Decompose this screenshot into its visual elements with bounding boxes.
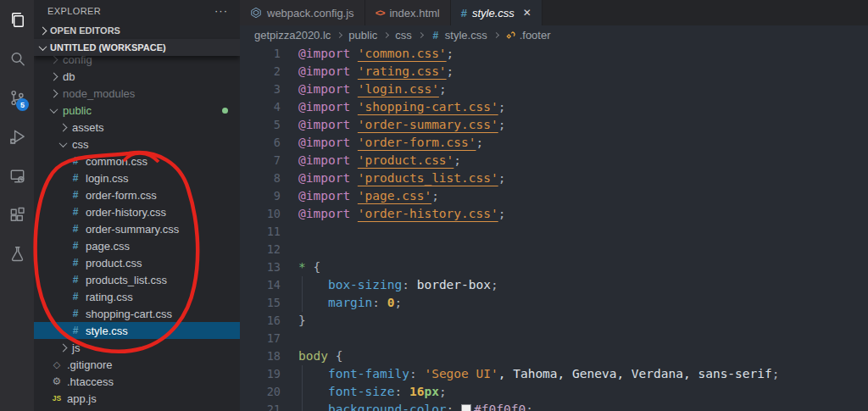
tree-item-db[interactable]: db <box>34 68 240 85</box>
code-line-15[interactable]: 15 margin: 0; <box>240 294 868 312</box>
token: px <box>424 385 438 398</box>
token <box>350 189 358 203</box>
css-file-icon: # <box>70 325 81 336</box>
chevron-down-icon <box>39 42 47 51</box>
token: 'login.css' <box>358 82 439 96</box>
token: @import <box>298 171 350 185</box>
code-line-17[interactable]: 17 <box>240 330 868 347</box>
activitybar-testing-icon[interactable] <box>0 234 34 273</box>
code-line-6[interactable]: 6@import 'order-form.css'; <box>240 134 868 152</box>
tree-item-assets[interactable]: assets <box>34 119 240 136</box>
code-line-14[interactable]: 14 box-sizing: border-box; <box>240 276 868 294</box>
code-line-12[interactable]: 12 <box>240 241 868 258</box>
code-line-2[interactable]: 2@import 'rating.css'; <box>240 63 868 81</box>
breadcrumb-item-css[interactable]: css <box>395 29 412 42</box>
breadcrumb-item-style-css[interactable]: #style.css <box>430 29 487 42</box>
token: 'Segoe UI' <box>424 367 498 380</box>
tree-item-label: page.css <box>86 240 130 253</box>
code-line-3[interactable]: 3@import 'login.css'; <box>240 81 868 98</box>
token <box>298 403 328 411</box>
code-line-20[interactable]: 20 font-size: 16px; <box>240 383 868 401</box>
code-line-7[interactable]: 7@import 'product.css'; <box>240 152 868 169</box>
tree-item-page-css[interactable]: #page.css <box>34 237 240 254</box>
token: @import <box>298 82 350 96</box>
tree-item-products-list-css[interactable]: #products_list.css <box>34 271 240 288</box>
token <box>350 171 358 185</box>
code-line-11[interactable]: 11 <box>240 223 868 241</box>
code-line-8[interactable]: 8@import 'products_list.css'; <box>240 169 868 187</box>
code-line-18[interactable]: 18body { <box>240 347 868 365</box>
css-file-icon: # <box>70 291 81 303</box>
line-number: 1 <box>240 45 281 63</box>
indent-guide <box>302 276 303 294</box>
tree-item-order-summary-css[interactable]: #order-summary.css <box>34 220 240 237</box>
activitybar-extensions-icon[interactable] <box>0 195 34 234</box>
activitybar-search-icon[interactable] <box>0 39 34 78</box>
tab-webpack-config-js[interactable]: webpack.config.js <box>240 0 365 25</box>
tree-item-order-form-css[interactable]: #order-form.css <box>34 186 240 203</box>
tree-item-htaccess[interactable]: ⚙.htaccess <box>34 373 240 390</box>
tree-item-label: js <box>72 342 80 354</box>
token: box-sizing <box>328 278 402 292</box>
token: ; <box>498 118 506 131</box>
open-editors-section[interactable]: OPEN EDITORS <box>34 22 240 39</box>
token <box>350 118 358 131</box>
tab-style-css[interactable]: #style.css✕ <box>451 0 542 25</box>
tree-item-shopping-cart-css[interactable]: #shopping-cart.css <box>34 305 240 322</box>
tree-item-style-css[interactable]: #style.css <box>34 322 240 339</box>
tree-item-public[interactable]: public <box>34 102 240 119</box>
code-line-21[interactable]: 21 background-color: #f0f0f0; <box>240 401 868 411</box>
breadcrumb-item-footer[interactable]: .footer <box>505 29 551 42</box>
code-line-13[interactable]: 13* { <box>240 258 868 276</box>
code-line-1[interactable]: 1@import 'common.css'; <box>240 45 868 63</box>
activitybar-run-and-debug-icon[interactable] <box>0 117 34 156</box>
scm-changes-badge: 5 <box>16 98 29 111</box>
line-number: 6 <box>240 134 281 152</box>
chevron-right-icon <box>50 55 58 64</box>
token <box>298 278 328 292</box>
workspace-section[interactable]: UNTITLED (WORKSPACE) <box>34 39 240 56</box>
tree-item-label: shopping-cart.css <box>86 308 172 320</box>
code-line-9[interactable]: 9@import 'page.css'; <box>240 187 868 205</box>
line-number: 4 <box>240 98 281 116</box>
code-line-5[interactable]: 5@import 'order-summary.css'; <box>240 116 868 134</box>
code-area[interactable]: 1@import 'common.css';2@import 'rating.c… <box>240 45 868 411</box>
token: 16 <box>409 385 424 398</box>
code-line-10[interactable]: 10@import 'order-history.css'; <box>240 205 868 223</box>
tree-item-rating-css[interactable]: #rating.css <box>34 288 240 305</box>
gitignore-file-icon: ◇ <box>51 359 63 370</box>
tree-item-css[interactable]: css <box>34 136 240 153</box>
tree-item-order-history-css[interactable]: #order-history.css <box>34 203 240 220</box>
breadcrumb-item-public[interactable]: public <box>348 29 377 42</box>
tab-index-html[interactable]: <>index.html <box>365 0 451 25</box>
token: : <box>372 296 380 309</box>
tab-label: webpack.config.js <box>267 7 354 19</box>
token <box>402 385 409 398</box>
tree-item-login-css[interactable]: #login.css <box>34 169 240 186</box>
tree-item-label: login.css <box>86 172 129 185</box>
more-actions-icon[interactable]: ··· <box>214 7 228 15</box>
token <box>380 296 387 309</box>
activitybar-remote-explorer-icon[interactable] <box>0 156 34 195</box>
css-file-icon: # <box>70 206 81 218</box>
token <box>409 278 417 292</box>
tree-item-app-js[interactable]: JSapp.js <box>34 390 240 407</box>
breadcrumb-item-getpizza2020-lc[interactable]: getpizza2020.lc <box>254 29 331 42</box>
code-line-16[interactable]: 16} <box>240 312 868 330</box>
tree-item-product-css[interactable]: #product.css <box>34 254 240 271</box>
line-number: 8 <box>240 169 281 187</box>
code-line-4[interactable]: 4@import 'shopping-cart.css'; <box>240 98 868 116</box>
tree-item-gitignore[interactable]: ◇.gitignore <box>34 356 240 373</box>
line-number: 14 <box>240 276 281 294</box>
tree-item-label: order-summary.css <box>86 223 179 236</box>
code-line-19[interactable]: 19 font-family: 'Segoe UI', Tahoma, Gene… <box>240 365 868 383</box>
token: ; <box>498 171 506 185</box>
line-number: 16 <box>240 312 281 330</box>
tree-item-common-css[interactable]: #common.css <box>34 153 240 169</box>
tree-item-node-modules[interactable]: node_modules <box>34 85 240 102</box>
token: 'product.css' <box>358 153 454 167</box>
close-icon[interactable]: ✕ <box>523 8 531 18</box>
tree-item-js[interactable]: js <box>34 339 240 356</box>
activitybar-explorer-icon[interactable] <box>0 0 34 39</box>
activitybar-source-control-icon[interactable]: 5 <box>0 78 34 117</box>
